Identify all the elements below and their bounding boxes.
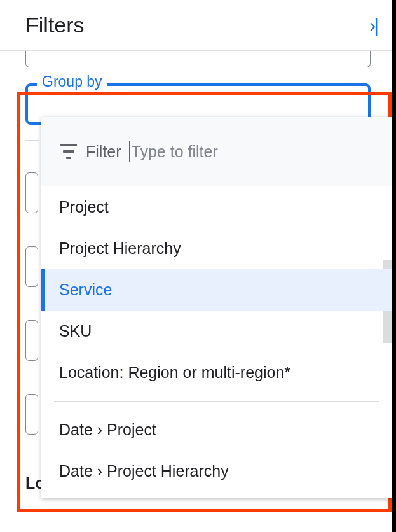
option-date-project[interactable]: Date › Project xyxy=(41,409,392,451)
filters-header: Filters ›| xyxy=(0,0,396,51)
option-group-divider xyxy=(54,401,379,402)
group-by-dropdown: Filter Type to filter Project Project Hi… xyxy=(41,117,392,498)
chevron-right-end-icon: ›| xyxy=(369,15,377,36)
filter-label: Filter xyxy=(86,143,121,161)
filter-icon xyxy=(59,144,78,159)
previous-filter-field[interactable] xyxy=(25,51,371,67)
filter-input[interactable]: Type to filter xyxy=(129,141,218,162)
section-divider xyxy=(25,140,39,141)
filter-placeholder: Type to filter xyxy=(132,143,218,161)
filter-field-partial[interactable] xyxy=(25,320,38,361)
option-list: Project Project Hierarchy Service SKU Lo… xyxy=(41,186,392,492)
option-date-project-hierarchy[interactable]: Date › Project Hierarchy xyxy=(41,451,392,492)
filter-field-partial[interactable] xyxy=(25,394,38,435)
option-service[interactable]: Service xyxy=(41,269,392,311)
group-by-label: Group by xyxy=(37,73,107,90)
option-sku[interactable]: SKU xyxy=(41,311,392,352)
page-title: Filters xyxy=(25,13,85,38)
panel-right-border xyxy=(392,0,396,532)
text-cursor xyxy=(129,141,130,162)
filter-field-partial[interactable] xyxy=(25,172,38,213)
option-project[interactable]: Project xyxy=(41,186,392,228)
collapse-panel-button[interactable]: ›| xyxy=(369,15,377,36)
option-project-hierarchy[interactable]: Project Hierarchy xyxy=(41,228,392,269)
dropdown-filter-bar: Filter Type to filter xyxy=(41,117,392,186)
filter-field-partial[interactable] xyxy=(25,246,38,287)
option-location[interactable]: Location: Region or multi-region* xyxy=(41,352,392,393)
